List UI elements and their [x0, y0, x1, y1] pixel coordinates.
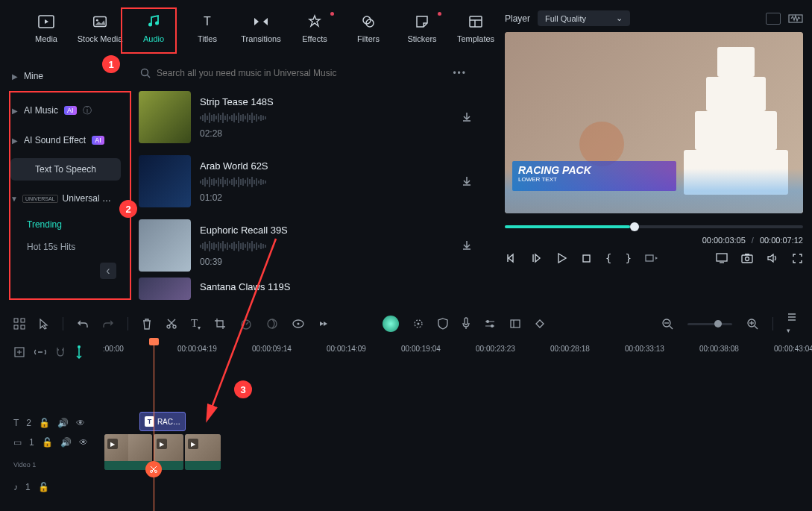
tab-transitions[interactable]: Transitions — [237, 13, 285, 43]
tab-audio[interactable]: Audio — [130, 13, 177, 43]
display-icon[interactable] — [716, 253, 728, 263]
lock-icon[interactable]: 🔓 — [38, 482, 49, 492]
svg-rect-11 — [470, 16, 482, 27]
timeline-ruler[interactable]: :00:00 00:00:04:19 00:00:09:14 00:00:14:… — [103, 345, 802, 367]
ai-assistant-icon[interactable] — [383, 316, 399, 332]
track-name: Euphoric Recall 39S — [200, 225, 446, 236]
adjust-icon[interactable] — [509, 319, 521, 329]
zoom-in-icon[interactable] — [746, 317, 759, 330]
cut-icon[interactable] — [166, 318, 177, 330]
lock-icon[interactable]: 🔓 — [42, 437, 53, 448]
tab-templates[interactable]: Templates — [452, 13, 500, 43]
playhead-handle[interactable] — [149, 338, 159, 345]
progress-knob[interactable] — [630, 222, 639, 231]
sidebar-item-ai-music[interactable]: ▶ AI Music AI ⓘ — [6, 95, 125, 125]
quality-dropdown[interactable]: Full Quality ⌄ — [538, 10, 630, 26]
time-separator: / — [752, 236, 754, 245]
download-icon[interactable] — [455, 239, 479, 251]
volume-icon[interactable] — [767, 252, 778, 264]
mute-icon[interactable]: 🔊 — [57, 418, 69, 428]
mic-icon[interactable] — [462, 317, 470, 330]
ratio-icon[interactable] — [645, 253, 658, 263]
layout-grid-icon[interactable] — [13, 318, 25, 330]
search-icon — [140, 68, 151, 78]
play-icon[interactable] — [556, 252, 567, 264]
more-tools-icon[interactable] — [318, 320, 329, 327]
download-icon[interactable] — [455, 111, 479, 123]
link-icon[interactable] — [34, 348, 46, 357]
text-tool-icon[interactable]: T▾ — [191, 317, 201, 331]
svg-marker-26 — [655, 257, 658, 260]
svg-rect-27 — [717, 254, 727, 261]
tab-titles[interactable]: T Titles — [183, 13, 231, 43]
lock-icon[interactable]: 🔓 — [39, 418, 50, 428]
snapshot-icon[interactable] — [741, 253, 753, 263]
stop-icon[interactable] — [581, 253, 592, 264]
keyframe-icon[interactable] — [535, 319, 545, 329]
add-track-icon[interactable] — [13, 346, 25, 358]
track-row[interactable]: Santana Claws 119S — [134, 278, 483, 300]
visibility-icon[interactable]: 👁 — [76, 418, 85, 428]
zoom-slider[interactable] — [687, 323, 732, 325]
step-frame-icon[interactable] — [530, 252, 542, 264]
tab-media[interactable]: Media — [22, 13, 70, 43]
delete-icon[interactable] — [142, 318, 152, 330]
mask-icon[interactable] — [292, 318, 305, 330]
zoom-knob[interactable] — [714, 320, 722, 327]
mark-in-icon[interactable]: { — [605, 252, 611, 264]
mute-icon[interactable]: 🔊 — [60, 437, 72, 448]
waveform-icon — [200, 176, 446, 188]
video-clip[interactable]: ▶ — [185, 434, 221, 470]
svg-rect-36 — [21, 325, 25, 329]
tab-effects[interactable]: Effects — [291, 13, 339, 43]
prev-frame-icon[interactable] — [505, 252, 517, 264]
speed-icon[interactable] — [239, 318, 253, 330]
search-input[interactable] — [157, 68, 447, 78]
preview-viewport[interactable]: RACING PACK LOWER TEXT — [505, 32, 803, 213]
sidebar-item-ai-sound[interactable]: ▶ AI Sound Effect AI — [6, 125, 125, 155]
download-icon[interactable] — [455, 175, 479, 187]
color-icon[interactable] — [266, 318, 278, 330]
zoom-out-icon[interactable] — [661, 317, 674, 330]
fullscreen-icon[interactable] — [792, 253, 803, 264]
track-row[interactable]: Arab World 62S 01:02 — [134, 149, 483, 213]
sidebar-sub-trending[interactable]: Trending — [6, 213, 125, 236]
annotation-badge-1: 1 — [102, 55, 120, 73]
visibility-icon[interactable]: 👁 — [79, 437, 88, 448]
track-options-icon[interactable]: ▾ — [787, 312, 799, 336]
svg-point-38 — [173, 325, 176, 328]
more-options[interactable]: ••• — [453, 68, 467, 78]
track-row[interactable]: Strip Tease 148S 02:28 — [134, 85, 483, 149]
sidebar-item-tts[interactable]: Text To Speech — [10, 158, 121, 181]
svg-point-37 — [167, 325, 170, 328]
ruler-tick: 00:00:28:18 — [550, 345, 590, 353]
cursor-icon[interactable] — [39, 318, 49, 330]
tab-stock-media[interactable]: Stock Media — [76, 13, 124, 43]
svg-marker-8 — [263, 18, 268, 25]
sidebar-collapse[interactable]: ‹ — [6, 258, 125, 283]
current-time: 00:00:03:05 — [702, 236, 746, 245]
audio-edit-icon[interactable] — [484, 319, 496, 329]
marker-icon[interactable] — [75, 345, 84, 359]
redo-icon[interactable] — [102, 319, 114, 329]
progress-bar[interactable] — [505, 225, 803, 228]
tab-stickers[interactable]: Stickers — [398, 13, 446, 43]
video-clip[interactable]: ▶ — [104, 434, 152, 470]
playhead[interactable] — [154, 342, 154, 511]
svg-point-53 — [486, 320, 489, 323]
timeline: :00:00 00:00:04:19 00:00:09:14 00:00:14:… — [0, 337, 812, 511]
tab-filters[interactable]: Filters — [344, 13, 392, 43]
crop-icon[interactable] — [214, 318, 226, 330]
sidebar-sub-hot15[interactable]: Hot 15s Hits — [6, 236, 125, 258]
svg-point-3 — [96, 19, 98, 22]
text-clip[interactable]: T RAC… — [139, 412, 186, 431]
track-row[interactable]: Euphoric Recall 39S 00:39 — [134, 213, 483, 278]
undo-icon[interactable] — [77, 319, 89, 329]
sidebar-item-universal[interactable]: ▼ UNIVERSAL Universal … — [6, 184, 125, 213]
shield-icon[interactable] — [438, 318, 448, 330]
mark-out-icon[interactable]: } — [625, 252, 631, 264]
target-icon[interactable] — [412, 318, 424, 330]
magnet-icon[interactable] — [55, 346, 66, 358]
layout-icon[interactable] — [766, 13, 781, 25]
waveform-view-icon[interactable] — [788, 13, 803, 25]
